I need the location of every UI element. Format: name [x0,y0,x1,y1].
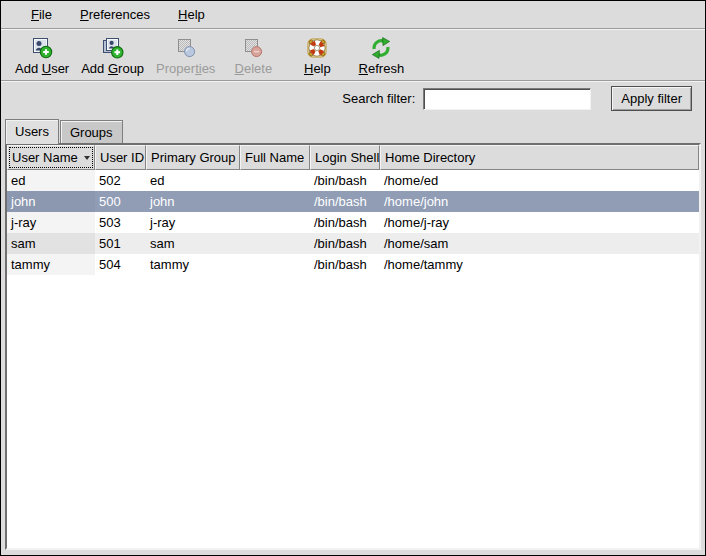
table-row-ed[interactable]: ed 502 ed /bin/bash /home/ed [7,170,699,191]
cell-login-shell: /bin/bash [310,191,380,212]
delete-button: Delete [221,35,285,77]
table-body: ed 502 ed /bin/bash /home/ed john 500 jo… [7,170,699,548]
menu-preferences[interactable]: Preferences [66,3,164,26]
add-user-icon [30,36,54,60]
table-row-john-selected[interactable]: john 500 john /bin/bash /home/john [7,191,699,212]
properties-icon [174,36,198,60]
tab-groups[interactable]: Groups [60,120,123,143]
properties-label: Properties [156,61,215,76]
cell-full-name [240,191,310,212]
users-table: User Name User ID Primary Group Full Nam… [5,143,701,550]
table-header-row: User Name User ID Primary Group Full Nam… [7,145,699,170]
cell-user-name: tammy [7,254,95,275]
refresh-label: Refresh [359,61,405,76]
help-icon [305,36,329,60]
cell-home-directory: /home/sam [380,233,699,254]
menu-file[interactable]: File [17,3,66,26]
cell-user-id: 504 [95,254,146,275]
table-row-tammy[interactable]: tammy 504 tammy /bin/bash /home/tammy [7,254,699,275]
cell-primary-group: john [146,191,240,212]
cell-user-name: ed [7,170,95,191]
cell-primary-group: ed [146,170,240,191]
cell-login-shell: /bin/bash [310,170,380,191]
column-header-full-name[interactable]: Full Name [240,145,310,170]
cell-user-id: 500 [95,191,146,212]
menu-help[interactable]: Help [164,3,219,26]
cell-full-name [240,233,310,254]
refresh-button[interactable]: Refresh [349,35,413,77]
cell-full-name [240,212,310,233]
cell-primary-group: sam [146,233,240,254]
tab-strip: Users Groups [1,116,705,143]
cell-user-id: 501 [95,233,146,254]
cell-primary-group: tammy [146,254,240,275]
toolbar: Add User Add Group Properties [1,29,705,81]
cell-login-shell: /bin/bash [310,254,380,275]
user-manager-window: File Preferences Help Add User [0,0,706,556]
column-header-login-shell[interactable]: Login Shell [310,145,380,170]
add-group-button[interactable]: Add Group [75,35,150,77]
cell-full-name [240,170,310,191]
column-header-user-id[interactable]: User ID [95,145,146,170]
column-header-primary-group[interactable]: Primary Group [146,145,240,170]
add-group-label: Add Group [81,61,144,76]
cell-user-id: 503 [95,212,146,233]
search-filter-label: Search filter: [342,91,423,106]
apply-filter-button[interactable]: Apply filter [611,86,692,111]
delete-label: Delete [235,61,273,76]
cell-user-name: j-ray [7,212,95,233]
search-filter-row: Search filter: Apply filter [1,81,705,116]
refresh-icon [369,36,393,60]
table-row-sam[interactable]: sam 501 sam /bin/bash /home/sam [7,233,699,254]
cell-primary-group: j-ray [146,212,240,233]
help-label: Help [304,61,331,76]
cell-login-shell: /bin/bash [310,233,380,254]
tab-users[interactable]: Users [5,119,59,144]
delete-icon [241,36,265,60]
menu-bar: File Preferences Help [1,1,705,29]
cell-user-name: john [7,191,95,212]
add-group-icon [101,36,125,60]
cell-home-directory: /home/john [380,191,699,212]
cell-home-directory: /home/tammy [380,254,699,275]
add-user-label: Add User [15,61,69,76]
add-user-button[interactable]: Add User [9,35,75,77]
column-header-user-name[interactable]: User Name [7,145,95,170]
search-filter-input[interactable] [423,88,591,110]
cell-user-id: 502 [95,170,146,191]
cell-home-directory: /home/j-ray [380,212,699,233]
column-header-home-directory[interactable]: Home Directory [380,145,699,170]
help-button[interactable]: Help [285,35,349,77]
cell-user-name: sam [7,233,95,254]
cell-full-name [240,254,310,275]
table-row-j-ray[interactable]: j-ray 503 j-ray /bin/bash /home/j-ray [7,212,699,233]
sort-descending-icon [84,156,90,160]
cell-login-shell: /bin/bash [310,212,380,233]
cell-home-directory: /home/ed [380,170,699,191]
properties-button: Properties [150,35,221,77]
